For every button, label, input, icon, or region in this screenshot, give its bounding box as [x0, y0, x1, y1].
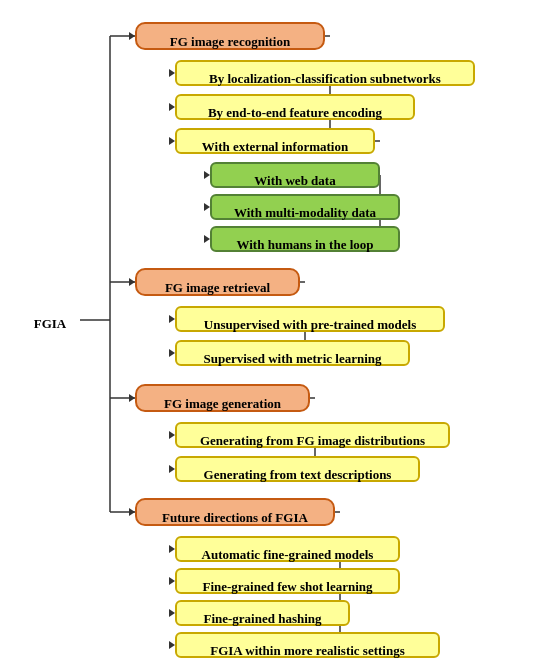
node-generating-from-fg-image-distr: Generating from FG image distributions	[175, 422, 450, 448]
node-with-external-information: With external information	[175, 128, 375, 154]
node-fgia-within-more-realistic-set: FGIA within more realistic settings	[175, 632, 440, 658]
node-with-web-data: With web data	[210, 162, 380, 188]
node-automatic-fine-grained-models: Automatic fine-grained models	[175, 536, 400, 562]
diagram: FGIAFG image recognitionBy localization-…	[0, 10, 535, 30]
node-generating-from-text-descripti: Generating from text descriptions	[175, 456, 420, 482]
node-fine-grained-few-shot-learning: Fine-grained few shot learning	[175, 568, 400, 594]
node-by-localization-classification: By localization-classification subnetwor…	[175, 60, 475, 86]
node-unsupervised-with-pre-trained-: Unsupervised with pre-trained models	[175, 306, 445, 332]
node-with-multi-modality-data: With multi-modality data	[210, 194, 400, 220]
node-fgia: FGIA	[20, 305, 80, 335]
node-fine-grained-hashing: Fine-grained hashing	[175, 600, 350, 626]
node-fg-image-recognition: FG image recognition	[135, 22, 325, 50]
node-fg-image-retrieval: FG image retrieval	[135, 268, 300, 296]
node-fg-image-generation: FG image generation	[135, 384, 310, 412]
node-future-directions-of-fgia: Future directions of FGIA	[135, 498, 335, 526]
node-with-humans-in-the-loop: With humans in the loop	[210, 226, 400, 252]
node-by-end-to-end-feature-encoding: By end-to-end feature encoding	[175, 94, 415, 120]
node-supervised-with-metric-learnin: Supervised with metric learning	[175, 340, 410, 366]
